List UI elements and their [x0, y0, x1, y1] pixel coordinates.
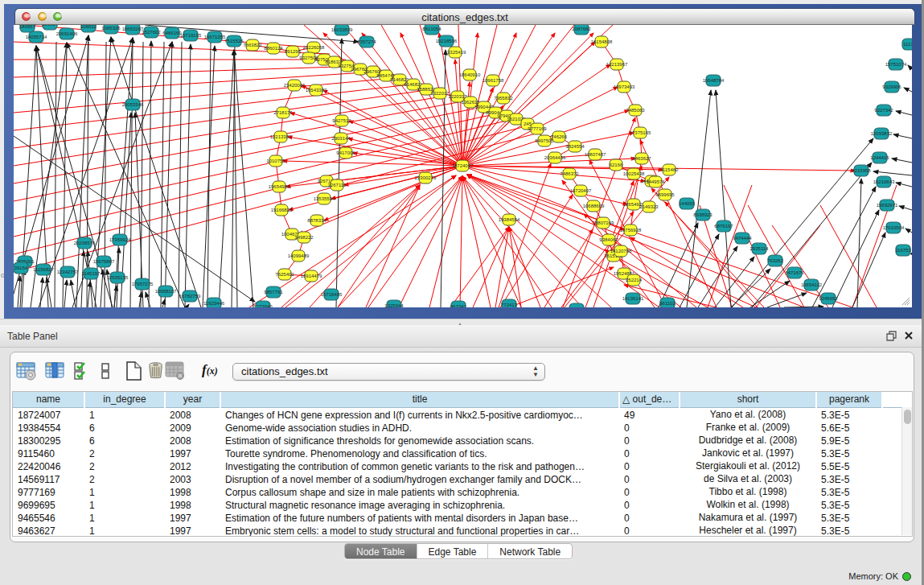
- svg-text:23226058: 23226058: [303, 45, 325, 50]
- svg-text:15692971: 15692971: [877, 203, 898, 208]
- svg-text:746266: 746266: [551, 134, 568, 139]
- svg-text:9384067: 9384067: [599, 237, 618, 242]
- svg-text:8215958: 8215958: [852, 168, 871, 173]
- svg-text:9857791: 9857791: [264, 290, 283, 295]
- svg-text:17375165: 17375165: [630, 130, 651, 135]
- svg-text:9417006: 9417006: [336, 150, 355, 155]
- svg-text:2935114: 2935114: [750, 246, 770, 251]
- svg-text:2087682: 2087682: [572, 27, 591, 31]
- svg-text:2903144: 2903144: [331, 136, 351, 141]
- svg-text:19218506: 19218506: [436, 39, 458, 43]
- svg-text:8938923: 8938923: [693, 212, 713, 217]
- svg-text:11156827: 11156827: [33, 267, 54, 272]
- svg-text:8878334: 8878334: [307, 218, 326, 223]
- svg-text:13975887: 13975887: [93, 259, 115, 264]
- svg-text:20691406: 20691406: [56, 31, 78, 36]
- svg-text:18724007: 18724007: [452, 163, 474, 168]
- svg-text:9474444: 9474444: [733, 236, 752, 241]
- svg-text:772413: 772413: [501, 303, 518, 307]
- svg-text:12505135: 12505135: [107, 275, 129, 280]
- svg-text:763262: 763262: [767, 258, 784, 263]
- svg-text:9245652: 9245652: [819, 296, 838, 301]
- svg-text:15751074: 15751074: [885, 62, 907, 67]
- svg-text:1010755: 1010755: [266, 159, 285, 163]
- svg-text:20364436: 20364436: [544, 155, 566, 160]
- svg-text:13535594: 13535594: [314, 196, 335, 201]
- svg-text:62166: 62166: [610, 163, 623, 167]
- svg-text:12342757: 12342757: [57, 270, 79, 274]
- svg-text:16671355: 16671355: [204, 35, 226, 39]
- svg-text:3498222: 3498222: [294, 235, 314, 240]
- svg-text:8471676: 8471676: [785, 270, 804, 275]
- svg-text:1145197: 1145197: [82, 271, 101, 276]
- svg-text:10025438: 10025438: [623, 171, 645, 176]
- svg-text:14055714: 14055714: [26, 35, 47, 39]
- svg-text:17957275: 17957275: [132, 282, 154, 286]
- svg-text:10807487: 10807487: [585, 152, 606, 157]
- svg-text:16210643: 16210643: [873, 179, 895, 184]
- svg-text:9329906: 9329906: [882, 84, 901, 89]
- svg-text:18640910: 18640910: [459, 72, 481, 77]
- svg-text:2149323: 2149323: [639, 204, 659, 209]
- svg-text:10653267: 10653267: [122, 27, 144, 31]
- svg-text:15716485: 15716485: [321, 292, 343, 297]
- svg-text:8860124: 8860124: [264, 46, 283, 51]
- svg-text:106532: 106532: [80, 25, 97, 29]
- svg-text:3267110: 3267110: [328, 183, 347, 187]
- svg-text:16154808: 16154808: [591, 39, 613, 44]
- svg-text:19166825: 19166825: [271, 208, 293, 212]
- svg-text:13325419: 13325419: [445, 50, 466, 55]
- svg-text:7625402: 7625402: [275, 272, 294, 277]
- svg-text:10648784: 10648784: [703, 78, 725, 83]
- svg-text:180557: 180557: [19, 25, 36, 29]
- svg-text:3824554: 3824554: [565, 144, 585, 149]
- svg-text:9115460: 9115460: [660, 167, 680, 172]
- svg-text:18807249: 18807249: [593, 220, 614, 225]
- svg-text:9777169: 9777169: [528, 126, 547, 131]
- svg-text:206914: 206914: [42, 25, 59, 27]
- svg-text:16033809: 16033809: [331, 27, 353, 32]
- svg-text:10654112: 10654112: [801, 282, 823, 287]
- svg-text:7486372: 7486372: [560, 171, 579, 176]
- svg-text:144095: 144095: [679, 201, 696, 206]
- svg-text:11170: 11170: [903, 42, 912, 47]
- svg-text:7485063: 7485063: [626, 108, 645, 113]
- svg-text:12213967: 12213967: [606, 62, 628, 67]
- svg-text:10973493: 10973493: [614, 84, 635, 89]
- svg-text:10719155: 10719155: [180, 33, 202, 38]
- svg-text:10961758: 10961758: [483, 78, 504, 83]
- svg-text:16914479: 16914479: [301, 274, 322, 278]
- svg-text:891295: 891295: [285, 49, 302, 54]
- svg-text:17359924: 17359924: [109, 237, 131, 242]
- svg-text:1733426: 1733426: [567, 307, 586, 307]
- svg-text:12213382: 12213382: [270, 134, 292, 139]
- svg-text:1244415: 1244415: [870, 155, 889, 160]
- svg-text:14120798: 14120798: [610, 249, 632, 253]
- svg-text:23300273: 23300273: [415, 175, 437, 180]
- svg-text:9699695: 9699695: [655, 192, 675, 197]
- svg-text:7663822: 7663822: [243, 43, 262, 47]
- svg-text:252214: 252214: [626, 278, 643, 282]
- svg-text:8813054: 8813054: [422, 27, 441, 31]
- svg-text:19756928: 19756928: [620, 228, 642, 233]
- svg-text:19654985: 19654985: [269, 184, 290, 189]
- svg-text:16782759: 16782759: [179, 294, 201, 299]
- svg-text:1527602: 1527602: [142, 30, 161, 35]
- svg-text:16720407: 16720407: [570, 188, 592, 193]
- svg-text:9463627: 9463627: [632, 156, 651, 161]
- svg-text:2718176: 2718176: [273, 110, 293, 115]
- svg-text:116753: 116753: [895, 248, 911, 253]
- svg-text:1325944: 1325944: [384, 303, 404, 307]
- svg-text:1065326: 1065326: [101, 26, 121, 31]
- svg-text:9227342: 9227342: [874, 108, 893, 113]
- svg-text:963341: 963341: [450, 304, 467, 307]
- svg-text:7357274: 7357274: [357, 39, 376, 44]
- svg-text:7515526: 7515526: [224, 39, 244, 43]
- svg-text:11923446: 11923446: [203, 301, 225, 306]
- svg-text:20053346: 20053346: [122, 102, 144, 107]
- svg-text:23420046: 23420046: [284, 83, 306, 88]
- svg-text:10688609: 10688609: [583, 204, 605, 208]
- svg-text:14136141: 14136141: [622, 296, 644, 301]
- svg-text:12093832: 12093832: [871, 131, 893, 136]
- svg-text:7955812: 7955812: [494, 96, 513, 101]
